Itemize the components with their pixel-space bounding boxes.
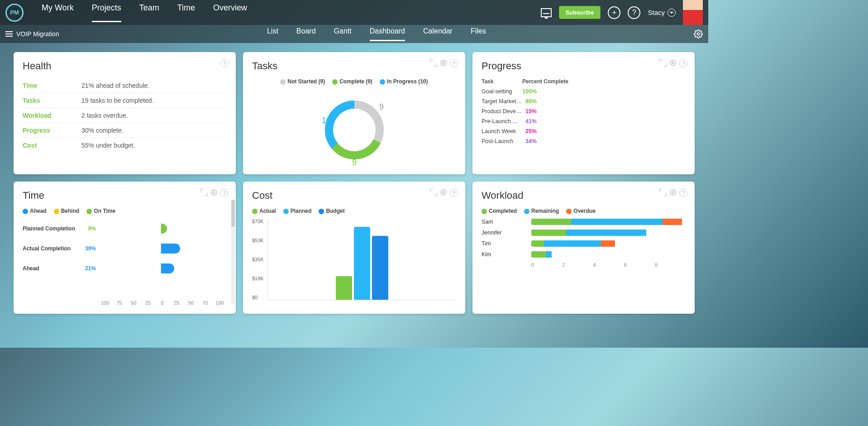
workload-row: Kim — [482, 251, 686, 258]
legend-item: Not Started (9) — [280, 78, 325, 85]
logo[interactable]: PM — [5, 4, 24, 22]
time-row: Planned Completion 9% — [23, 219, 227, 239]
svg-point-10 — [443, 191, 444, 193]
time-card: ? Time AheadBehindOn Time Planned Comple… — [14, 182, 236, 314]
workload-name: Jennifer — [482, 230, 531, 236]
workload-segment — [531, 251, 546, 258]
workload-axis: 02468 — [482, 262, 686, 268]
progress-row: Goal-setting 100% — [482, 88, 686, 95]
workload-row: Jennifer — [482, 230, 686, 236]
tab-board[interactable]: Board — [296, 27, 316, 41]
gear-icon[interactable] — [669, 59, 677, 67]
help-icon[interactable]: ? — [679, 59, 687, 67]
time-bar — [161, 263, 174, 273]
add-icon[interactable]: + — [608, 6, 620, 19]
workload-segment — [601, 240, 615, 247]
progress-row: Product Develop… 15% — [482, 108, 686, 115]
svg-point-0 — [697, 33, 699, 35]
workload-chart: Sam Jennifer Tim Kim — [482, 219, 686, 258]
donut-label-notstarted: 9 — [379, 102, 384, 111]
progress-pct: 15% — [522, 108, 540, 115]
project-name-label: VOIP Migration — [16, 30, 59, 38]
legend-item: On Time — [86, 208, 115, 214]
cost-bar-planned — [354, 227, 370, 300]
time-axis: 1007550250255075100 — [23, 300, 227, 306]
time-row-value: 30% — [81, 245, 98, 252]
legend-item: Remaining — [524, 208, 559, 214]
expand-icon[interactable] — [430, 59, 437, 67]
progress-row: Target Marketing 80% — [482, 98, 686, 105]
card-title: Time — [23, 190, 227, 201]
health-row: Cost 55% under budget. — [23, 138, 227, 153]
subscribe-button[interactable]: Subscribe — [559, 6, 601, 19]
nav-link-projects[interactable]: Projects — [92, 3, 121, 22]
progress-pct: 25% — [522, 128, 540, 134]
help-icon[interactable]: ? — [450, 189, 458, 197]
legend-item: Ahead — [23, 208, 47, 214]
legend-item: Planned — [283, 208, 312, 214]
health-label: Cost — [23, 142, 81, 149]
workload-segment — [531, 230, 566, 236]
workload-segment — [663, 219, 682, 225]
workload-bar — [531, 230, 686, 236]
help-icon[interactable]: ? — [628, 6, 640, 19]
svg-point-1 — [443, 62, 444, 64]
nav-link-my-work[interactable]: My Work — [42, 3, 74, 22]
legend-item: Actual — [252, 208, 276, 214]
expand-icon[interactable] — [200, 189, 208, 196]
user-menu[interactable]: Stacy — [648, 9, 676, 17]
workload-row: Sam — [482, 219, 686, 225]
progress-pct: 34% — [522, 138, 540, 144]
cost-bar-budget — [372, 236, 388, 300]
help-icon[interactable]: ? — [450, 59, 458, 67]
gear-icon[interactable] — [210, 189, 218, 196]
avatar[interactable] — [683, 0, 703, 25]
tab-files[interactable]: Files — [471, 27, 486, 41]
workload-bar — [531, 251, 686, 258]
help-icon[interactable]: ? — [679, 189, 687, 197]
tab-calendar[interactable]: Calendar — [423, 27, 453, 41]
cost-card: ? Cost ActualPlannedBudget $70K$53K$35K$… — [243, 182, 465, 314]
health-row: Tasks 19 tasks to be completed. — [23, 93, 227, 108]
health-label: Time — [23, 82, 81, 89]
settings-icon[interactable] — [694, 29, 703, 38]
gear-icon[interactable] — [440, 59, 447, 67]
health-label: Tasks — [23, 97, 81, 104]
menu-icon — [5, 30, 13, 38]
time-row-label: Ahead — [23, 265, 81, 272]
svg-point-6 — [672, 62, 674, 64]
card-title: Cost — [252, 190, 456, 201]
gear-icon[interactable] — [669, 189, 677, 196]
legend-item: Behind — [54, 208, 80, 214]
project-selector[interactable]: VOIP Migration — [5, 30, 59, 38]
time-chart: Planned Completion 9% Actual Completion … — [23, 219, 227, 300]
nav-link-team[interactable]: Team — [139, 3, 159, 22]
progress-card: ? Progress Task Percent Complete Goal-se… — [472, 52, 695, 174]
progress-task-name: Post-Launch — [482, 138, 522, 144]
workload-segment — [566, 230, 646, 236]
time-row-label: Actual Completion — [23, 245, 81, 252]
time-bar — [161, 224, 167, 234]
expand-icon[interactable] — [659, 59, 667, 67]
nav-link-overview[interactable]: Overview — [213, 3, 247, 22]
tab-list[interactable]: List — [267, 27, 278, 41]
workload-name: Tim — [482, 240, 531, 247]
tab-dashboard[interactable]: Dashboard — [370, 27, 405, 41]
svg-point-12 — [672, 191, 674, 193]
expand-icon[interactable] — [430, 189, 437, 196]
tasks-card: ? Tasks Not Started (9)Complete (9)In Pr… — [243, 52, 465, 174]
tab-gantt[interactable]: Gantt — [334, 27, 352, 41]
gear-icon[interactable] — [440, 189, 447, 196]
scrollbar[interactable] — [231, 200, 235, 305]
legend-item: Budget — [319, 208, 344, 214]
health-card: ? Health Time 21% ahead of schedule. Tas… — [14, 52, 236, 174]
nav-link-time[interactable]: Time — [177, 3, 195, 22]
health-value: 2 tasks overdue. — [81, 112, 128, 119]
workload-name: Sam — [482, 219, 531, 225]
help-icon[interactable]: ? — [220, 189, 229, 197]
progress-task-name: Target Marketing — [482, 98, 522, 105]
presentation-icon[interactable] — [541, 8, 552, 17]
help-icon[interactable]: ? — [220, 59, 229, 67]
expand-icon[interactable] — [659, 189, 667, 196]
donut-label-complete: 9 — [352, 158, 356, 166]
